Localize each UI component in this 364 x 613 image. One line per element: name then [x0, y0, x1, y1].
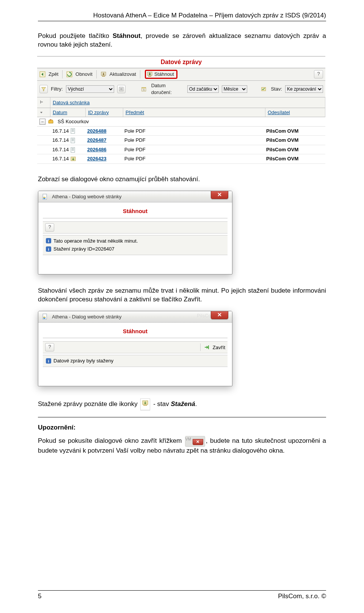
warning-heading: Upozornění: [38, 423, 326, 432]
fig1-title: Datové zprávy [37, 56, 325, 69]
dialog-message-line: i Datové zprávy byly staženy [46, 357, 224, 365]
table-group-row[interactable]: – SŠ Kocourkov [37, 117, 325, 127]
svg-rect-13 [72, 131, 74, 132]
svg-rect-20 [72, 149, 74, 149]
downloaded-state-icon [140, 398, 150, 410]
svg-rect-11 [72, 129, 74, 130]
refresh-button[interactable]: Obnovit [66, 71, 93, 78]
text: Pokud se pokusíte dialogové okno zavřít … [38, 437, 184, 444]
refresh-icon [66, 71, 72, 77]
date-from-select[interactable]: Od začátku [187, 85, 219, 93]
svg-text:31: 31 [143, 88, 146, 91]
separator [96, 70, 97, 78]
close-arrow-icon [204, 344, 210, 350]
dialog-close-button[interactable] [211, 191, 228, 199]
cell-date: 16.7.14 [50, 145, 85, 154]
th-odesilatel[interactable]: Odesílatel [265, 108, 325, 117]
filter-icon-button[interactable] [39, 85, 48, 93]
paragraph-finish: Stahování všech zpráv ze seznamu může tr… [38, 287, 326, 304]
cell-subject: Pole PDF [122, 145, 264, 154]
th-id[interactable]: ID zprávy [86, 108, 123, 117]
mailbox-icon [48, 119, 54, 125]
cell-id-link[interactable]: 2026488 [87, 128, 107, 134]
svg-rect-27 [208, 345, 209, 349]
dialog-titlebar: Athena - Dialog webové stránky PilsCom O… [38, 311, 232, 323]
table-header-main: Datová schránka [37, 97, 325, 108]
label: Obnovit [75, 71, 93, 78]
update-button[interactable]: Aktualizovat [100, 71, 136, 78]
table-header-cols: Datum ID zprávy Předmět Odesílatel [37, 108, 325, 118]
label: Stáhnout [154, 71, 174, 78]
paragraph-intro: Pokud použijete tlačítko Stáhnout, prove… [38, 32, 326, 49]
sort-col[interactable] [37, 108, 50, 117]
table-row[interactable]: 16.7.142026488Pole PDFPilsCom OVM [37, 127, 325, 136]
ie-page-icon [42, 194, 48, 200]
dialog-close-action[interactable]: Zavřít [204, 344, 225, 351]
message-text: Stažení zprávy ID=2026407 [53, 246, 115, 252]
text: . [195, 400, 197, 408]
header-rule [38, 21, 326, 21]
th-datum[interactable]: Datum [50, 108, 86, 117]
label: Zpět [49, 71, 58, 78]
dialog-finished: Athena - Dialog webové stránky PilsCom O… [38, 311, 232, 386]
message-text: Tato operace může trvat několik minut. [53, 238, 138, 245]
th-predmet[interactable]: Předmět [123, 108, 265, 117]
ghost-label: VM [185, 437, 191, 441]
svg-rect-19 [72, 148, 74, 149]
cell-sender: PilsCom OVM [264, 127, 325, 136]
close-label: Zavřít [213, 344, 225, 351]
svg-rect-29 [143, 405, 147, 406]
table-row[interactable]: 16.7.142026423Pole PDFPilsCom OVM [37, 154, 325, 164]
ie-page-icon [42, 314, 48, 320]
dialog-help-button[interactable]: ? [45, 343, 54, 351]
row-status-icon [70, 147, 76, 153]
back-icon [39, 71, 46, 77]
cell-id-link[interactable]: 2026423 [87, 156, 107, 161]
x-icon: ✕ [193, 439, 203, 445]
dialog-heading: Stáhnout [43, 326, 228, 338]
status-label: Stav: [271, 86, 282, 92]
month-select[interactable]: Měsíce [222, 85, 247, 93]
page-number: 5 [38, 592, 41, 601]
minus-icon[interactable]: – [39, 119, 46, 125]
inline-close-chip: VM✕ [185, 436, 205, 447]
dialog-help-button[interactable]: ? [45, 223, 54, 232]
filter-label: Filtry: [51, 86, 63, 92]
fig1-toolbar: Zpět Obnovit Aktualizovat Stáhnout ? [37, 68, 325, 81]
filter-select[interactable]: Výchozí [66, 85, 114, 93]
dialog-title: Athena - Dialog webové stránky [52, 193, 122, 200]
group-label: SŠ Kocourkov [58, 118, 89, 125]
cell-date: 16.7.14 [50, 127, 85, 136]
text-bold-italic: Stažená [171, 400, 195, 408]
dialog-titlebar: Athena - Dialog webové stránky [38, 191, 232, 203]
date-label: Datum doručení: [151, 82, 184, 96]
row-status-icon [70, 156, 76, 162]
cell-id-link[interactable]: 2026486 [87, 147, 107, 152]
calendar-icon: 31 [141, 86, 147, 92]
cell-id-link[interactable]: 2026487 [87, 137, 107, 143]
separator [62, 70, 63, 78]
info-icon: i [46, 238, 51, 243]
row-status-icon [70, 137, 76, 143]
download-button-highlighted[interactable]: Stáhnout [145, 70, 177, 79]
table-row[interactable]: 16.7.142026487Pole PDFPilsCom OVM [37, 136, 325, 145]
svg-rect-21 [72, 150, 74, 151]
help-button[interactable]: ? [314, 70, 323, 78]
filter-aux-button[interactable] [117, 85, 126, 93]
svg-rect-14 [71, 138, 75, 143]
fig1-filterbar: Filtry: Výchozí 31 Datum doručení: Od za… [37, 81, 325, 97]
dialog-messages: i Datové zprávy byly staženy [43, 355, 228, 367]
expand-col [37, 97, 50, 108]
cell-date: 16.7.14 [50, 154, 85, 163]
section-rule [38, 417, 326, 417]
cell-sender: PilsCom OVM [264, 145, 325, 154]
back-button[interactable]: Zpět [39, 71, 58, 78]
svg-rect-17 [72, 141, 74, 141]
table-row[interactable]: 16.7.142026486Pole PDFPilsCom OVM [37, 145, 325, 155]
th-datova-schranka[interactable]: Datová schránka [50, 97, 325, 108]
dialog-message-line: i Tato operace může trvat několik minut. [46, 237, 224, 245]
status-select[interactable]: Ke zpracování [285, 85, 323, 93]
dialog-message-line: i Stažení zprávy ID=2026407 [46, 245, 224, 253]
dialog-close-button[interactable] [211, 311, 228, 319]
page-header: Hostovaná AthenA – Edice M Podatelna – P… [38, 11, 326, 20]
